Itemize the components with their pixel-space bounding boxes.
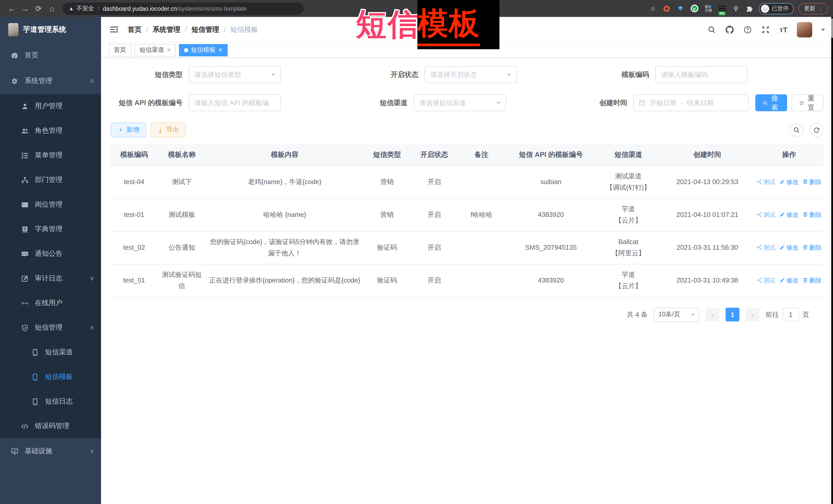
filter-channel: 短信渠道 请选择短信渠道 [347, 94, 506, 111]
prev-page-button[interactable]: ‹ [706, 308, 719, 321]
cell-status: 开启 [411, 264, 458, 297]
fullscreen-icon[interactable] [761, 25, 770, 34]
cell-remark [458, 231, 505, 264]
logo-avatar-image [8, 23, 19, 37]
sidebar-item-infrastructure[interactable]: 基础设施 ᐯ [0, 438, 101, 464]
test-link[interactable]: 测试 [756, 177, 775, 187]
page-number-1[interactable]: 1 [725, 308, 739, 321]
export-button[interactable]: ⭳ 导出 [150, 123, 186, 137]
sidebar-collapse-icon[interactable] [109, 24, 119, 34]
sidebar-item-post-management[interactable]: 岗位管理 [0, 192, 101, 217]
sidebar-item-online-users[interactable]: 在线用户 [0, 291, 101, 315]
edit-link[interactable]: 修改 [779, 275, 799, 286]
next-page-button[interactable]: › [745, 308, 759, 321]
browser-profile-chip[interactable]: 😀 已暂停 [759, 3, 794, 14]
extension-blue-gem-icon[interactable] [676, 4, 685, 13]
avatar-dropdown-caret-icon[interactable] [821, 28, 825, 32]
test-link[interactable]: 测试 [756, 242, 775, 253]
extension-magnifier-icon[interactable]: ⚲ [731, 4, 740, 13]
delete-link[interactable]: 删除 [803, 242, 822, 253]
cell-create-time: 2021-03-31 10:49:38 [660, 264, 755, 297]
app-logo[interactable]: 芋道管理系统 [0, 17, 101, 43]
delete-link[interactable]: 删除 [803, 177, 822, 187]
sidebar-item-audit-log[interactable]: 审计日志 ᐯ [0, 266, 101, 291]
scrollbar-thumb[interactable] [831, 19, 833, 38]
url-divider: | [98, 5, 99, 11]
tab-home[interactable]: 首页 [109, 44, 131, 56]
date-range-picker[interactable]: 开始日期 - 结束日期 [633, 94, 748, 111]
font-size-icon[interactable]: ᴛT [779, 25, 788, 34]
sidebar-item-dept-management[interactable]: 部门管理 [0, 168, 101, 192]
sidebar-item-sms-template[interactable]: 短信模板 [0, 364, 101, 389]
extension-green-y-icon[interactable]: y [690, 4, 699, 13]
tab-sms-channel[interactable]: 短信渠道 ✕ [134, 44, 176, 56]
cell-code: test_01 [111, 264, 158, 297]
api-template-input[interactable] [194, 99, 276, 106]
page-size-select[interactable]: 10条/页 [654, 307, 699, 322]
cell-create-time: 2021-04-10 01:07:21 [660, 198, 755, 231]
filter-create-time: 创建时间 开始日期 - 结束日期 [572, 94, 748, 111]
sidebar-item-menu-management[interactable]: 菜单管理 [0, 143, 101, 168]
toggle-search-button[interactable] [790, 123, 804, 137]
sidebar-item-home[interactable]: 首页 [0, 43, 101, 68]
delete-link[interactable]: 删除 [803, 275, 822, 286]
chevron-down-icon [691, 314, 695, 318]
template-code-input[interactable] [661, 71, 742, 78]
sidebar-item-user-management[interactable]: 用户管理 [0, 94, 101, 118]
extension-orange-ring-icon[interactable] [662, 4, 671, 13]
close-icon[interactable]: ✕ [167, 47, 171, 53]
refresh-table-button[interactable] [810, 123, 824, 137]
sidebar-item-sms-channel[interactable]: 短信渠道 [0, 340, 101, 364]
help-icon[interactable] [743, 25, 752, 34]
sms-type-select[interactable]: 请选择短信类型 [189, 66, 281, 83]
breadcrumb-sms[interactable]: 短信管理 [192, 25, 219, 34]
chevron-down-icon [496, 102, 500, 106]
extension-list-on-icon[interactable]: on [717, 4, 727, 13]
add-button[interactable]: ＋ 新增 [111, 123, 146, 137]
browser-back-button[interactable]: ← [5, 2, 19, 15]
extensions-puzzle-icon[interactable] [745, 4, 754, 13]
security-label[interactable]: 不安全 [76, 5, 94, 12]
bookmark-star-icon[interactable]: ☆ [648, 4, 658, 13]
delete-link[interactable]: 删除 [803, 210, 822, 220]
status-select[interactable]: 请选择开启状态 [425, 66, 517, 83]
test-link[interactable]: 测试 [756, 275, 775, 286]
sidebar-item-sms-management[interactable]: 短信管理 ᐱ [0, 315, 101, 340]
cell-code: test_02 [111, 231, 158, 264]
edit-link[interactable]: 修改 [779, 210, 799, 220]
browser-reload-button[interactable]: ⟳ [32, 2, 45, 15]
browser-forward-button[interactable]: → [19, 2, 32, 15]
sidebar-item-notice[interactable]: 通知公告 [0, 241, 101, 266]
col-header-content: 模板内容 [206, 144, 363, 166]
browser-menu-icon[interactable]: ⋮ [818, 6, 824, 11]
sidebar: 芋道管理系统 首页 系统管理 ᐱ 用户管理 [0, 17, 101, 504]
reset-button[interactable]: 重置 [792, 94, 824, 111]
search-button[interactable]: 搜索 [755, 94, 787, 111]
edit-link[interactable]: 修改 [779, 177, 799, 187]
tab-sms-template[interactable]: 短信模板 ✕ [179, 44, 228, 56]
browser-home-button[interactable]: ⌂ [45, 2, 58, 15]
filter-sms-type: 短信类型 请选择短信类型 [111, 66, 281, 83]
sidebar-item-sms-log[interactable]: 短信日志 [0, 389, 101, 414]
sidebar-item-dict-management[interactable]: 字典管理 [0, 217, 101, 241]
edit-link[interactable]: 修改 [779, 242, 799, 253]
close-icon[interactable]: ✕ [218, 47, 222, 53]
sidebar-item-system-management[interactable]: 系统管理 ᐱ [0, 68, 101, 94]
extension-grid-icon[interactable] [704, 4, 713, 13]
cell-content: 正在进行登录操作{operation}，您的验证码是{code} [206, 264, 363, 297]
goto-page-input[interactable] [783, 308, 799, 321]
sidebar-item-error-code[interactable]: 错误码管理 [0, 414, 101, 438]
address-bar[interactable]: ▲ 不安全 | dashboard.yudao.iocoder.cn/syste… [63, 2, 304, 15]
breadcrumb-system[interactable]: 系统管理 [153, 25, 181, 34]
sidebar-item-label: 通知公告 [35, 249, 63, 258]
window-scrollbar[interactable] [831, 17, 833, 504]
github-icon[interactable] [725, 25, 734, 34]
browser-update-button[interactable]: 更新 ⋮ [799, 3, 828, 14]
user-avatar[interactable] [797, 22, 812, 37]
channel-select[interactable]: 请选择短信渠道 [413, 94, 506, 111]
filter-label: 创建时间 [572, 98, 633, 107]
search-icon[interactable] [707, 25, 716, 34]
test-link[interactable]: 测试 [756, 210, 775, 220]
breadcrumb-home[interactable]: 首页 [128, 25, 142, 34]
sidebar-item-role-management[interactable]: 角色管理 [0, 118, 101, 143]
